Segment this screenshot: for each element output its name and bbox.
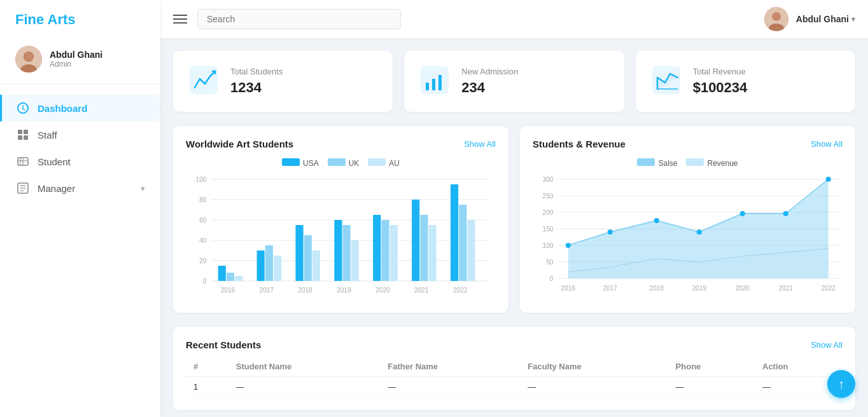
sidebar-item-manager[interactable]: Manager ▾ [0, 175, 160, 202]
col-header-action: Action [755, 357, 843, 377]
svg-text:2018: 2018 [650, 285, 664, 292]
svg-point-3 [24, 52, 33, 61]
student-label: Student [38, 156, 71, 167]
col-header-student: Student Name [228, 357, 380, 377]
svg-rect-56 [351, 240, 359, 281]
svg-point-89 [697, 229, 702, 235]
svg-rect-42 [218, 266, 226, 281]
svg-text:50: 50 [546, 259, 554, 266]
chevron-down-icon: ▾ [141, 184, 145, 193]
stat-info-students: Total Students 1234 [230, 67, 283, 96]
user-info: Abdul Ghani Admin [50, 50, 102, 69]
svg-text:2016: 2016 [221, 287, 235, 294]
legend-usa: USA [282, 158, 319, 168]
svg-point-88 [654, 218, 659, 223]
svg-rect-8 [24, 135, 28, 140]
main-content: Abdul Ghani ▾ Total Students 1234 [160, 0, 868, 417]
svg-text:2019: 2019 [692, 285, 706, 292]
revenue-chart-header: Students & Revenue Show All [533, 139, 843, 149]
svg-text:2022: 2022 [821, 285, 836, 292]
brand-logo: Fine Arts [0, 0, 160, 39]
col-header-faculty: Faculty Name [520, 357, 668, 377]
worldwide-show-all[interactable]: Show All [464, 139, 496, 149]
content-area: Total Students 1234 New Admission 234 [160, 38, 868, 417]
legend-salse: Salse [637, 158, 677, 168]
legend-uk: UK [328, 158, 360, 168]
stat-value-students: 1234 [230, 79, 283, 96]
svg-text:60: 60 [199, 217, 207, 224]
svg-rect-54 [334, 220, 342, 281]
worldwide-bar-chart: 100 80 60 40 20 0 2016 2017 [186, 173, 496, 300]
recent-students-header: Recent Students Show All [186, 339, 843, 350]
svg-text:80: 80 [199, 196, 207, 203]
col-header-father: Father Name [380, 357, 520, 377]
sidebar-item-staff[interactable]: Staff [0, 121, 160, 148]
scroll-top-button[interactable]: ↑ [827, 370, 855, 398]
table-row: 1 — — — — — [186, 377, 843, 397]
admission-icon [419, 65, 450, 98]
revenue-show-all[interactable]: Show All [811, 139, 843, 149]
charts-row: Worldwide Art Students Show All USA UK A… [173, 126, 855, 313]
svg-rect-51 [304, 235, 312, 281]
stat-cards: Total Students 1234 New Admission 234 [173, 51, 855, 112]
svg-rect-27 [438, 75, 442, 90]
recent-students-show-all[interactable]: Show All [811, 340, 843, 350]
svg-rect-46 [257, 250, 265, 281]
recent-students-title: Recent Students [186, 339, 261, 350]
stat-info-revenue: Total Revenue $100234 [693, 67, 748, 96]
stat-label-admission: New Admission [461, 67, 518, 76]
svg-text:300: 300 [543, 176, 554, 183]
svg-point-21 [772, 12, 781, 21]
caret-down-icon: ▾ [851, 15, 855, 24]
revenue-area-chart: 300 250 200 150 100 50 0 [533, 173, 843, 300]
svg-text:2020: 2020 [375, 287, 390, 294]
revenue-legend: Salse Revenue [533, 158, 843, 168]
dashboard-icon [17, 102, 29, 114]
topbar-right: Abdul Ghani ▾ [764, 7, 855, 31]
stat-card-students: Total Students 1234 [173, 51, 393, 112]
sidebar-nav: Dashboard Staff Student Manage [0, 85, 160, 417]
avatar [15, 46, 42, 72]
staff-icon [17, 129, 29, 140]
svg-rect-68 [467, 220, 475, 281]
stat-card-admission: New Admission 234 [404, 51, 624, 112]
stat-info-admission: New Admission 234 [461, 67, 518, 96]
svg-rect-52 [312, 250, 320, 281]
svg-rect-47 [265, 245, 273, 281]
table-header-row: # Student Name Father Name Faculty Name … [186, 357, 843, 377]
user-name: Abdul Ghani [50, 50, 102, 60]
svg-text:2016: 2016 [561, 285, 576, 292]
svg-text:2017: 2017 [260, 287, 274, 294]
svg-rect-50 [295, 225, 303, 281]
svg-rect-64 [428, 225, 436, 281]
worldwide-legend: USA UK AU [186, 158, 496, 168]
svg-point-91 [783, 211, 788, 216]
svg-rect-58 [373, 215, 381, 281]
user-role: Admin [50, 60, 102, 69]
svg-rect-48 [274, 256, 281, 281]
svg-rect-7 [18, 135, 22, 140]
svg-rect-25 [426, 83, 429, 90]
svg-rect-23 [190, 66, 218, 94]
svg-point-92 [826, 177, 831, 182]
svg-point-90 [740, 211, 745, 216]
stat-value-revenue: $100234 [693, 79, 748, 96]
sidebar-item-dashboard[interactable]: Dashboard [0, 95, 160, 121]
svg-text:0: 0 [203, 278, 207, 285]
svg-point-87 [608, 229, 613, 235]
revenue-icon [651, 65, 682, 98]
svg-rect-62 [412, 200, 419, 281]
topbar-username: Abdul Ghani ▾ [796, 14, 855, 24]
dashboard-label: Dashboard [38, 103, 87, 114]
revenue-chart-title: Students & Revenue [533, 139, 626, 149]
svg-rect-59 [381, 220, 389, 281]
col-header-phone: Phone [668, 357, 755, 377]
manager-label: Manager [38, 183, 75, 194]
worldwide-chart-card: Worldwide Art Students Show All USA UK A… [173, 126, 508, 313]
col-header-num: # [186, 357, 228, 377]
search-input[interactable] [197, 9, 401, 29]
sidebar-item-student[interactable]: Student [0, 148, 160, 175]
sidebar: Fine Arts Abdul Ghani Admin Dashboard [0, 0, 160, 417]
menu-button[interactable] [173, 14, 187, 24]
svg-rect-5 [18, 130, 22, 134]
